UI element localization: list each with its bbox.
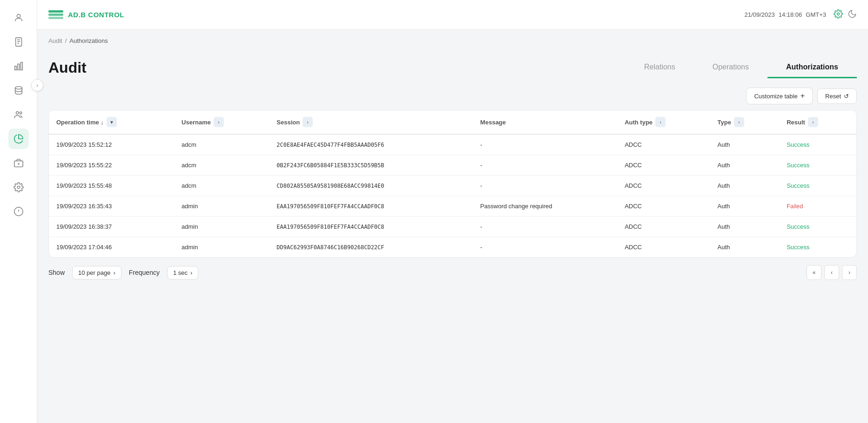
header-time: 21/09/2023 14:18:06 GMT+3: [745, 11, 826, 18]
svg-point-21: [837, 13, 840, 15]
cell-username: adcm: [174, 134, 269, 155]
logo-icon: [48, 8, 65, 21]
cell-auth-type: ADCC: [617, 217, 710, 237]
reset-button[interactable]: Reset ↺: [817, 89, 857, 104]
cell-type: Auth: [710, 217, 780, 237]
sidebar-toggle[interactable]: ›: [37, 79, 43, 91]
username-expand-btn[interactable]: ›: [214, 117, 224, 127]
pagination: Show 10 per page › Frequency 1 sec › « ‹…: [48, 258, 857, 280]
breadcrumb-parent[interactable]: Audit: [48, 37, 62, 44]
table-row: 19/09/2023 16:38:37 admin EAA197056509F8…: [49, 217, 856, 237]
cell-type: Auth: [710, 134, 780, 155]
session-expand-btn[interactable]: ›: [303, 117, 313, 127]
col-operation-time: Operation time ↓ ▼: [49, 110, 174, 134]
cell-message: -: [473, 155, 617, 176]
svg-point-0: [17, 14, 20, 18]
cell-auth-type: ADCC: [617, 134, 710, 155]
cell-result: Failed: [779, 196, 856, 217]
table-row: 19/09/2023 17:04:46 admin DD9AC62993F0A8…: [49, 237, 856, 258]
svg-rect-1: [15, 38, 21, 46]
col-message: Message: [473, 110, 617, 134]
sidebar-item-database[interactable]: [8, 80, 29, 101]
sidebar-item-briefcase[interactable]: [8, 153, 29, 173]
next-page-btn[interactable]: ›: [842, 265, 857, 280]
svg-rect-20: [48, 17, 63, 19]
cell-result: Success: [779, 217, 856, 237]
frequency-select[interactable]: 1 sec ›: [167, 266, 198, 280]
header: AD.B CONTROL 21/09/2023 14:18:06 GMT+3: [37, 0, 868, 30]
header-icons: [834, 9, 857, 20]
header-date: 21/09/2023: [745, 11, 775, 18]
cell-operation-time: 19/09/2023 15:55:22: [49, 155, 174, 176]
reset-icon: ↺: [844, 93, 849, 100]
tabs-container: Relations Operations Authorizations: [626, 57, 857, 78]
col-session: Session ›: [269, 110, 473, 134]
type-expand-btn[interactable]: ›: [734, 117, 744, 127]
page-title: Audit: [48, 59, 87, 76]
frequency-chevron-icon: ›: [190, 269, 192, 276]
breadcrumb-separator: /: [65, 37, 67, 44]
cell-username: adcm: [174, 155, 269, 176]
breadcrumb: Audit / Authorizations: [48, 30, 857, 48]
cell-type: Auth: [710, 155, 780, 176]
sidebar-item-chart[interactable]: [8, 56, 29, 76]
cell-operation-time: 19/09/2023 15:55:48: [49, 176, 174, 196]
cell-auth-type: ADCC: [617, 237, 710, 258]
tab-operations[interactable]: Operations: [694, 57, 767, 78]
operation-time-filter-btn[interactable]: ▼: [107, 117, 117, 127]
plus-icon: +: [801, 92, 805, 100]
auth-type-expand-btn[interactable]: ›: [655, 117, 666, 127]
cell-message: Password change required: [473, 196, 617, 217]
cell-operation-time: 19/09/2023 16:35:43: [49, 196, 174, 217]
sidebar-item-users[interactable]: [8, 104, 29, 125]
moon-icon[interactable]: [848, 9, 857, 20]
result-expand-btn[interactable]: ›: [808, 117, 818, 127]
cell-username: admin: [174, 217, 269, 237]
frequency-label: Frequency: [129, 269, 160, 276]
svg-rect-7: [20, 62, 22, 70]
svg-rect-5: [14, 66, 16, 70]
cell-operation-time: 19/09/2023 15:52:12: [49, 134, 174, 155]
per-page-value: 10 per page: [78, 269, 110, 276]
cell-message: -: [473, 217, 617, 237]
cell-type: Auth: [710, 196, 780, 217]
toolbar: Customize table + Reset ↺: [48, 78, 857, 110]
table-row: 19/09/2023 15:52:12 adcm 2C0E8AE4FAEC45D…: [49, 134, 856, 155]
sidebar-item-settings[interactable]: [8, 177, 29, 198]
cell-result: Success: [779, 134, 856, 155]
per-page-select[interactable]: 10 per page ›: [72, 266, 121, 280]
cell-session: DD9AC62993F0A8746C16B90268CD22CF: [269, 237, 473, 258]
logo-text-ad: AD.: [68, 11, 81, 19]
header-right: 21/09/2023 14:18:06 GMT+3: [745, 9, 857, 20]
first-page-btn[interactable]: «: [807, 265, 821, 280]
sidebar-item-info[interactable]: [8, 201, 29, 222]
customize-table-button[interactable]: Customize table +: [746, 88, 813, 104]
pagination-right: « ‹ ›: [807, 265, 857, 280]
sidebar-item-pie-chart[interactable]: [8, 129, 29, 149]
data-table: Operation time ↓ ▼ Username ›: [48, 110, 857, 258]
cell-auth-type: ADCC: [617, 196, 710, 217]
table-header-row: Operation time ↓ ▼ Username ›: [49, 110, 856, 134]
page-header: Audit Relations Operations Authorization…: [48, 48, 857, 78]
svg-point-8: [15, 87, 22, 89]
settings-icon[interactable]: [834, 9, 843, 20]
cell-session: 2C0E8AE4FAEC45D477F4FBB5AAAD05F6: [269, 134, 473, 155]
cell-message: -: [473, 176, 617, 196]
tab-authorizations[interactable]: Authorizations: [767, 57, 857, 78]
sidebar-item-file[interactable]: [8, 32, 29, 52]
tab-relations[interactable]: Relations: [626, 57, 694, 78]
svg-point-10: [20, 112, 22, 114]
col-username: Username ›: [174, 110, 269, 134]
sidebar-item-user[interactable]: [8, 7, 29, 28]
show-label: Show: [48, 269, 65, 276]
col-type: Type ›: [710, 110, 780, 134]
table-row: 19/09/2023 15:55:48 adcm CD802A85505A958…: [49, 176, 856, 196]
cell-message: -: [473, 134, 617, 155]
cell-message: -: [473, 237, 617, 258]
prev-page-btn[interactable]: ‹: [824, 265, 839, 280]
svg-rect-6: [18, 64, 20, 70]
cell-type: Auth: [710, 237, 780, 258]
header-timezone: GMT+3: [806, 11, 826, 18]
breadcrumb-current: Authorizations: [69, 37, 108, 44]
cell-result: Success: [779, 155, 856, 176]
